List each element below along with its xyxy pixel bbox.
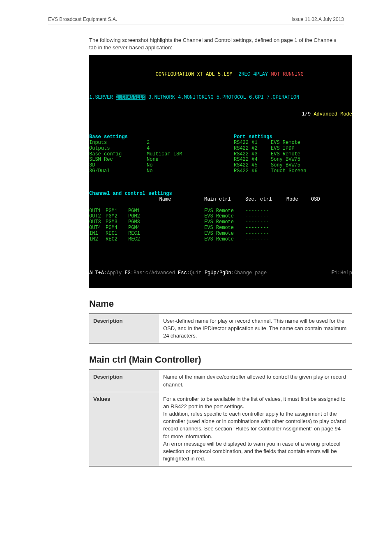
col-main: Main ctrl [204,197,245,203]
base-value: 2 [147,140,150,146]
port-label: RS422 #4 [234,157,271,163]
col-osd: OSD [311,197,320,202]
chan-id: OUT2 [89,214,106,220]
base-label: 3D [89,163,147,169]
page-indicator: 1/9 [302,111,311,117]
port-value: EVS Remote [271,140,300,146]
terminal-screenshot: CONFIGURATION XT ADL 5.LSM 2REC 4PLAY NO… [89,55,352,288]
chan-main: EVS Remote [204,214,245,220]
name-table: Description User-defined name for play o… [89,313,352,344]
chan-name: PGM3 [128,220,204,225]
chan-name: PGM2 [128,214,204,220]
section-mainctrl-title: Main ctrl (Main Controller) [89,354,344,365]
base-value: No [147,162,152,168]
port-value: Sony BVW75 [271,162,300,168]
port-settings-heading: Port settings [234,134,272,140]
chan-id: OUT4 [89,225,106,231]
hotkey: ALT+A [89,270,104,276]
term-title-left: CONFIGURATION XT ADL 5.LSM [156,72,233,77]
channel-settings-heading: Channel and control settings [89,191,172,197]
chan-sec: -------- [245,237,286,243]
chan-name: REC1 [128,231,204,237]
tab-protocol: 5.PROTOCOL [217,95,246,100]
col-name: Name [126,197,204,203]
hotkey-desc: :Quit [187,270,205,276]
col-sec: Sec. ctrl [245,197,286,203]
chan-id: IN1 [89,231,106,237]
chan-name: PGM4 [128,225,204,231]
chan-name: REC2 [128,237,204,243]
chan-main: EVS Remote [204,237,245,243]
port-label: RS422 #6 [234,169,271,174]
chan-main: EVS Remote [204,220,245,225]
base-label: Base config [89,152,147,157]
base-settings-heading: Base settings [89,134,128,140]
tab-gpi: 6.GPI [249,95,264,100]
port-label: RS422 #5 [234,163,271,169]
intro-text: The following screenshot highlights the … [89,37,344,51]
chan-sec: -------- [245,225,286,231]
chan-pgm: PGM1 [106,208,128,214]
term-title-right: NOT RUNNING [271,72,303,77]
term-tabs: 1.SERVER 2.CHANNELS 3.NETWORK 4.MONITORI… [89,95,352,101]
chan-pgm: REC1 [106,231,128,237]
values-label: Values [89,392,159,466]
header-left: EVS Broadcast Equipment S.A. [48,16,117,22]
chan-sec: -------- [245,208,286,214]
mode-indicator: Advanced Mode [314,111,352,117]
hotkey-desc: :Basic/Advanced [131,270,178,276]
port-value: Sony BVW75 [271,157,300,162]
chan-sec: -------- [245,231,286,237]
desc-label: Description [89,314,159,344]
chan-pgm: PGM4 [106,225,128,231]
page-header: EVS Broadcast Equipment S.A. Issue 11.02… [48,16,344,25]
desc-label: Description [89,370,159,392]
base-label: 3G/Dual [89,169,147,174]
values-text: For a controller to be available in the … [159,392,352,466]
hotkey: F3 [125,270,130,276]
hotkey: PgUp/PgDn [205,270,231,276]
hotkey-desc: :Change page [231,270,267,276]
col-mode: Mode [286,197,311,203]
chan-main: EVS Remote [204,208,245,214]
tab-server: 1.SERVER [89,95,113,100]
chan-pgm: REC2 [106,237,128,243]
chan-main: EVS Remote [204,231,245,237]
base-value: 4 [147,146,150,151]
port-label: RS422 #1 [234,140,271,146]
mainctrl-table: Description Name of the main device/cont… [89,369,352,467]
chan-id: OUT1 [89,208,106,214]
base-value: No [147,168,152,174]
port-value: EVS Remote [271,151,300,157]
tab-network: 3.NETWORK [148,95,175,100]
port-value: EVS IPDP [271,146,295,151]
chan-id: IN2 [89,237,106,243]
port-label: RS422 #3 [234,152,271,157]
hotkey: F1 [332,270,337,276]
hotkey-desc: :Help [337,270,352,276]
tab-monitoring: 4.MONITORING [178,95,213,100]
chan-sec: -------- [245,220,286,225]
base-value: Multicam LSM [147,151,182,157]
base-label: SLSM Rec [89,157,147,163]
port-value: Touch Screen [271,168,306,174]
section-name-title: Name [89,298,344,309]
desc-text: Name of the main device/controller allow… [159,370,352,392]
port-label: RS422 #2 [234,146,271,152]
base-label: Outputs [89,146,147,152]
desc-text: User-defined name for play or record cha… [159,314,352,344]
tab-operation: 7.OPERATION [267,95,299,100]
chan-sec: -------- [245,214,286,220]
hotkey: Esc [178,270,187,276]
chan-id: OUT3 [89,220,106,225]
tab-channels: 2.CHANNELS [116,95,145,100]
chan-main: EVS Remote [204,225,245,231]
header-right: Issue 11.02.A July 2013 [292,16,344,22]
chan-name: PGM1 [128,208,204,214]
chan-pgm: PGM2 [106,214,128,220]
base-value: None [147,157,159,162]
hotkey-desc: :Apply [104,270,125,276]
term-title-mid: 2REC 4PLAY [238,72,268,77]
chan-pgm: PGM3 [106,220,128,225]
base-label: Inputs [89,140,147,146]
